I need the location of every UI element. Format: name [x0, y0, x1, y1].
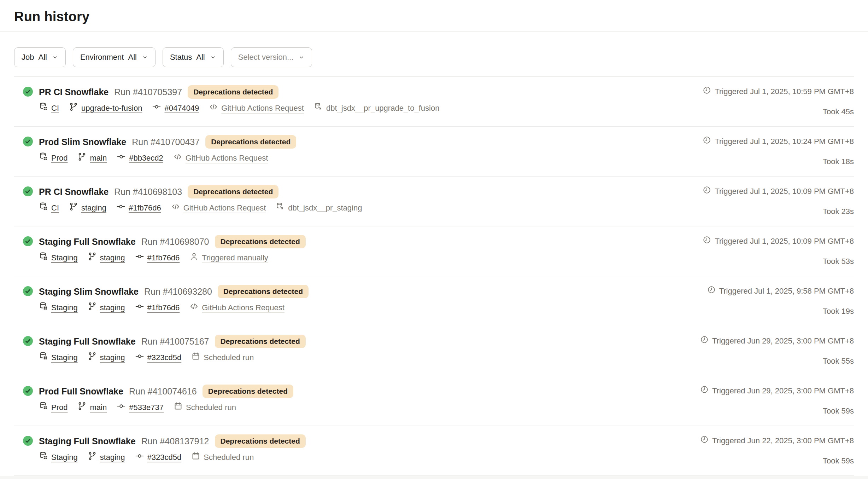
- status-filter-label: Status: [170, 53, 192, 62]
- branch-link[interactable]: staging: [100, 352, 125, 363]
- commit-link[interactable]: #0474049: [164, 103, 199, 114]
- trigger-source: GitHub Actions Request: [189, 302, 285, 314]
- trigger-label[interactable]: Scheduled run: [186, 402, 236, 413]
- run-timing: Triggered Jun 22, 2025, 3:00 PM GMT+8 To…: [700, 434, 854, 466]
- commit-link[interactable]: #1fb76d6: [147, 253, 180, 263]
- chevron-down-icon: [52, 54, 58, 60]
- trigger-label[interactable]: Scheduled run: [204, 452, 254, 463]
- branch-link[interactable]: main: [90, 153, 107, 163]
- environment-link-item: Staging: [39, 451, 78, 463]
- triggered-line: Triggered Jul 1, 2025, 10:09 PM GMT+8: [703, 186, 854, 197]
- run-number: Run #410700437: [132, 135, 200, 149]
- clock-icon: [700, 385, 709, 397]
- triggered-line: Triggered Jul 1, 2025, 10:59 PM GMT+8: [703, 86, 854, 97]
- run-row[interactable]: Prod Full Snowflake Run #410074616 Depre…: [14, 376, 854, 426]
- run-row[interactable]: Staging Full Snowflake Run #408137912 De…: [14, 426, 854, 476]
- triggered-line: Triggered Jun 29, 2025, 3:00 PM GMT+8: [700, 335, 854, 347]
- run-timing: Triggered Jun 29, 2025, 3:00 PM GMT+8 To…: [700, 385, 854, 416]
- commit-link[interactable]: #1fb76d6: [147, 302, 180, 313]
- job-filter-label: Job: [22, 53, 34, 62]
- environment-link[interactable]: Staging: [51, 302, 78, 313]
- environment-link-item: Staging: [39, 352, 78, 364]
- run-row[interactable]: PR CI Snowflake Run #410698103 Deprecati…: [14, 177, 854, 226]
- run-row[interactable]: Staging Full Snowflake Run #410698070 De…: [14, 226, 854, 276]
- job-name-link[interactable]: Prod Slim Snowflake: [39, 135, 126, 149]
- run-main: Staging Slim Snowflake Run #410693280 De…: [39, 285, 309, 314]
- calendar-icon: [174, 402, 183, 414]
- environment-filter-button[interactable]: Environment All: [73, 47, 156, 67]
- environment-link[interactable]: Prod: [51, 402, 68, 413]
- branch-link[interactable]: upgrade-to-fusion: [81, 103, 142, 114]
- commit-link[interactable]: #323cd5d: [147, 352, 182, 363]
- environment-link-item: CI: [39, 202, 59, 214]
- success-check-icon: [23, 286, 33, 296]
- environment-link[interactable]: Staging: [51, 452, 78, 463]
- trigger-source: Scheduled run: [191, 352, 254, 364]
- trigger-source: GitHub Actions Request: [173, 152, 268, 164]
- branch-link[interactable]: staging: [100, 302, 125, 313]
- job-name-link[interactable]: Staging Full Snowflake: [39, 235, 136, 248]
- run-meta-line: CI staging #1fb76d6 GitHub Actions Reque…: [39, 202, 362, 214]
- job-name-link[interactable]: Staging Slim Snowflake: [39, 285, 139, 298]
- trigger-label[interactable]: GitHub Actions Request: [183, 203, 266, 213]
- environment-link[interactable]: Prod: [51, 153, 68, 163]
- run-row[interactable]: PR CI Snowflake Run #410705397 Deprecati…: [14, 77, 854, 127]
- success-check-icon: [23, 435, 33, 446]
- triggered-text: Triggered Jul 1, 2025, 10:24 PM GMT+8: [715, 136, 854, 147]
- branch-link[interactable]: main: [90, 402, 107, 413]
- schema-label: dbt_jsdx__pr_staging: [288, 203, 362, 213]
- branch-link[interactable]: staging: [100, 253, 125, 263]
- commit-link[interactable]: #323cd5d: [147, 452, 182, 463]
- trigger-label[interactable]: Triggered manually: [202, 253, 268, 263]
- trigger-label[interactable]: GitHub Actions Request: [221, 103, 304, 114]
- environment-link[interactable]: Staging: [51, 253, 78, 263]
- commit-link[interactable]: #533e737: [129, 402, 164, 413]
- run-main: Staging Full Snowflake Run #408137912 De…: [39, 434, 306, 463]
- page-header: Run history: [0, 0, 868, 32]
- triggered-line: Triggered Jun 22, 2025, 3:00 PM GMT+8: [700, 435, 854, 446]
- deprecations-badge: Deprecations detected: [188, 85, 278, 99]
- commit-link[interactable]: #bb3ecd2: [129, 153, 163, 163]
- job-name-link[interactable]: Staging Full Snowflake: [39, 434, 136, 448]
- trigger-label[interactable]: GitHub Actions Request: [202, 302, 285, 313]
- job-name-link[interactable]: PR CI Snowflake: [39, 185, 108, 198]
- commit-link[interactable]: #1fb76d6: [129, 203, 161, 213]
- run-timing: Triggered Jun 29, 2025, 3:00 PM GMT+8 To…: [700, 335, 854, 367]
- status-filter-button[interactable]: Status All: [163, 47, 224, 67]
- took-text: Took 19s: [823, 306, 854, 317]
- run-title-line: Staging Slim Snowflake Run #410693280 De…: [39, 285, 309, 298]
- triggered-text: Triggered Jun 29, 2025, 3:00 PM GMT+8: [712, 386, 854, 396]
- code-icon: [173, 152, 182, 164]
- job-filter-button[interactable]: Job All: [14, 47, 66, 67]
- commit-icon: [152, 102, 161, 114]
- run-row[interactable]: Prod Slim Snowflake Run #410700437 Depre…: [14, 127, 854, 177]
- commit-link-item: #1fb76d6: [135, 252, 180, 264]
- environment-link[interactable]: Staging: [51, 352, 78, 363]
- run-title-line: Staging Full Snowflake Run #408137912 De…: [39, 434, 306, 448]
- triggered-text: Triggered Jun 22, 2025, 3:00 PM GMT+8: [712, 435, 854, 446]
- run-number: Run #410693280: [144, 285, 212, 298]
- job-name-link[interactable]: Prod Full Snowflake: [39, 385, 123, 398]
- branch-link-item: upgrade-to-fusion: [69, 102, 142, 114]
- commit-icon: [135, 451, 144, 463]
- trigger-label[interactable]: GitHub Actions Request: [186, 153, 268, 163]
- commit-link-item: #1fb76d6: [135, 302, 180, 314]
- database-icon: [39, 252, 48, 264]
- run-row[interactable]: Staging Full Snowflake Run #410075167 De…: [14, 326, 854, 376]
- success-check-icon: [23, 386, 33, 396]
- version-filter-button[interactable]: Select version...: [231, 47, 312, 67]
- job-name-link[interactable]: Staging Full Snowflake: [39, 335, 136, 348]
- environment-link[interactable]: CI: [51, 203, 59, 213]
- trigger-label[interactable]: Scheduled run: [204, 352, 254, 363]
- environment-link[interactable]: CI: [51, 103, 59, 114]
- commit-link-item: #533e737: [117, 402, 164, 414]
- run-title-line: Staging Full Snowflake Run #410698070 De…: [39, 235, 306, 248]
- branch-link[interactable]: staging: [81, 203, 106, 213]
- run-timing: Triggered Jul 1, 2025, 10:59 PM GMT+8 To…: [703, 85, 854, 117]
- deprecations-badge: Deprecations detected: [203, 385, 293, 398]
- job-name-link[interactable]: PR CI Snowflake: [39, 85, 108, 99]
- took-text: Took 59s: [823, 406, 854, 416]
- branch-link[interactable]: staging: [100, 452, 125, 463]
- run-meta-line: Prod main #533e737 Scheduled run: [39, 402, 293, 414]
- run-row[interactable]: Staging Slim Snowflake Run #410693280 De…: [14, 276, 854, 326]
